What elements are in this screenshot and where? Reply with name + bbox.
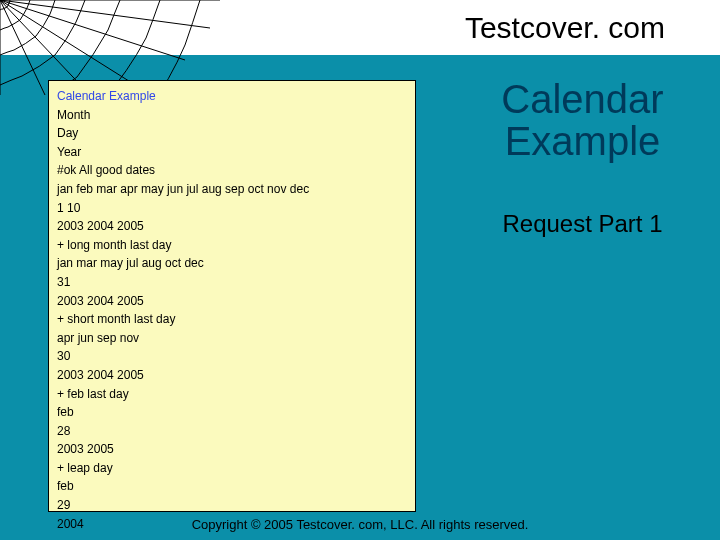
heading-line-1: Calendar [501,77,663,121]
svg-line-1 [0,0,210,28]
code-line: feb [57,403,407,422]
slide-heading: Calendar Example [465,78,700,162]
code-line: + long month last day [57,236,407,255]
code-line: 29 [57,496,407,515]
code-line: Day [57,124,407,143]
code-line: + short month last day [57,310,407,329]
code-line: 2003 2005 [57,440,407,459]
code-line: 2004 [57,515,407,534]
code-line: Month [57,106,407,125]
code-line: + feb last day [57,385,407,404]
code-line: 2003 2004 2005 [57,292,407,311]
slide-subheading: Request Part 1 [460,210,705,238]
code-line: 28 [57,422,407,441]
site-title: Testcover. com [465,11,665,45]
code-line: feb [57,477,407,496]
code-title: Calendar Example [57,87,407,106]
code-line: + leap day [57,459,407,478]
code-line: #ok All good dates [57,161,407,180]
code-panel: Calendar Example Month Day Year #ok All … [48,80,416,512]
code-line: 30 [57,347,407,366]
code-line: jan mar may jul aug oct dec [57,254,407,273]
heading-line-2: Example [505,119,661,163]
code-line: 2003 2004 2005 [57,366,407,385]
code-line: 2003 2004 2005 [57,217,407,236]
code-line: Year [57,143,407,162]
code-line: 31 [57,273,407,292]
code-line: jan feb mar apr may jun jul aug sep oct … [57,180,407,199]
code-line: 1 10 [57,199,407,218]
code-line: apr jun sep nov [57,329,407,348]
